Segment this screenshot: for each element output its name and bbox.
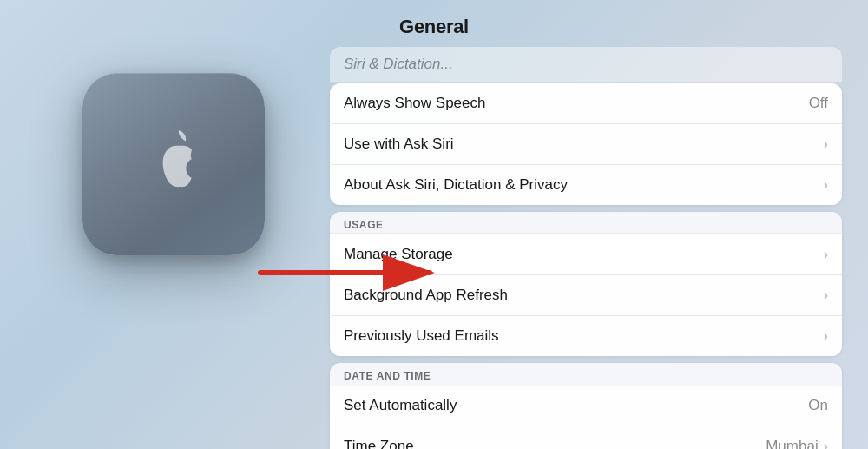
siri-group: Always Show Speech Off Use with Ask Siri… (330, 83, 842, 205)
chevron-icon: › (824, 439, 828, 449)
chevron-icon: › (824, 328, 828, 344)
chevron-icon: › (824, 136, 828, 152)
set-automatically-right: On (808, 397, 828, 414)
date-time-section-label: DATE AND TIME (330, 363, 842, 386)
page-title: General (0, 0, 868, 47)
partial-row-text: Siri & Dictation... (344, 56, 453, 73)
manage-storage-label: Manage Storage (344, 246, 453, 263)
device-icon (82, 73, 265, 255)
use-with-ask-siri-right: › (824, 136, 828, 152)
previously-used-emails-right: › (824, 328, 828, 344)
apple-logo-icon (135, 125, 213, 203)
device-panel (26, 47, 321, 255)
use-with-ask-siri-label: Use with Ask Siri (344, 135, 454, 153)
set-automatically-row[interactable]: Set Automatically On (330, 386, 842, 426)
chevron-icon: › (824, 287, 828, 303)
background-app-refresh-label: Background App Refresh (344, 287, 508, 304)
previously-used-emails-row[interactable]: Previously Used Emails › (330, 316, 842, 356)
partial-row: Siri & Dictation... (330, 47, 842, 83)
settings-panel: Siri & Dictation... Always Show Speech O… (321, 47, 842, 449)
usage-section-label: USAGE (330, 212, 842, 234)
date-time-group: DATE AND TIME Set Automatically On Time … (330, 363, 842, 449)
manage-storage-right: › (824, 247, 828, 262)
chevron-icon: › (824, 177, 828, 193)
time-zone-row[interactable]: Time Zone Mumbai › (330, 426, 842, 449)
previously-used-emails-label: Previously Used Emails (344, 327, 499, 345)
about-ask-siri-row[interactable]: About Ask Siri, Dictation & Privacy › (330, 165, 842, 205)
always-show-speech-row[interactable]: Always Show Speech Off (330, 83, 842, 124)
set-automatically-value: On (808, 397, 828, 414)
always-show-speech-value: Off (809, 95, 828, 112)
use-with-ask-siri-row[interactable]: Use with Ask Siri › (330, 124, 842, 165)
usage-group: USAGE Manage Storage › Background App Re… (330, 212, 842, 356)
chevron-icon: › (824, 247, 828, 262)
time-zone-right: Mumbai › (766, 438, 828, 449)
set-automatically-label: Set Automatically (344, 397, 457, 414)
manage-storage-row[interactable]: Manage Storage › (330, 234, 842, 275)
time-zone-label: Time Zone (344, 438, 414, 449)
background-app-refresh-right: › (824, 287, 828, 303)
background-app-refresh-row[interactable]: Background App Refresh › (330, 275, 842, 316)
always-show-speech-label: Always Show Speech (344, 95, 485, 112)
about-ask-siri-label: About Ask Siri, Dictation & Privacy (344, 176, 568, 194)
always-show-speech-right: Off (809, 95, 828, 112)
time-zone-value: Mumbai (766, 438, 818, 449)
about-ask-siri-right: › (824, 177, 828, 193)
